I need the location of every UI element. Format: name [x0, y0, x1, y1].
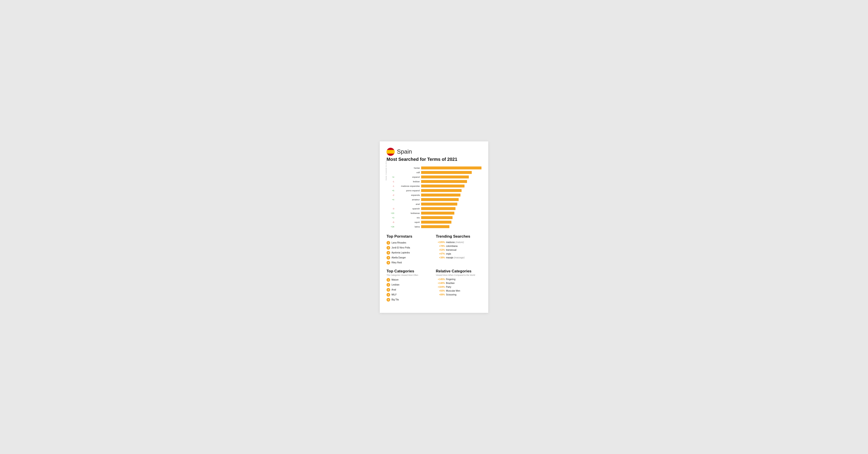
trend-pct: +47% — [436, 253, 445, 255]
term-label: espanol — [395, 176, 421, 178]
rank-badge: 3 — [386, 288, 390, 292]
chart-row: +4amateur — [386, 198, 482, 202]
bars-container: hentaimilf+4espanol-1lesbian-1maduras es… — [386, 166, 482, 229]
trending-list: +105% maduras (mature) +78% colombiana +… — [436, 241, 482, 259]
bar — [421, 203, 457, 205]
category-item: 1 Mature — [386, 278, 432, 282]
relative-categories-title: Relative Categories — [436, 269, 482, 273]
relative-categories-subtitle: Viewed More When Compared to the World — [436, 274, 482, 276]
relative-term: Scissoring — [446, 293, 456, 296]
relative-list: +145% Fingering +140% Brazilian +104% Pa… — [436, 278, 482, 296]
trend-term: orgia — [446, 253, 451, 255]
trend-pct: +105% — [436, 241, 445, 244]
term-label: porno espanol — [395, 189, 421, 192]
main-card: Spain Most Searched for Terms of 2021 RA… — [380, 141, 488, 313]
bar-wrap — [421, 189, 482, 192]
relative-pct: +104% — [436, 286, 445, 288]
bar-wrap — [421, 166, 482, 169]
trend-pct: +38% — [436, 256, 445, 259]
relative-item: +93% Muscular Men — [436, 290, 482, 292]
top-categories-title: Top Categories — [386, 269, 432, 273]
trend-pct: +53% — [436, 249, 445, 251]
relative-item: +89% Scissoring — [436, 293, 482, 296]
bar-wrap — [421, 225, 482, 228]
term-label: trio — [395, 216, 421, 219]
trend-term: maduras (mature) — [446, 241, 464, 244]
rank-badge: 1 — [386, 241, 390, 245]
bar-wrap — [421, 185, 482, 188]
category-item: 3 Anal — [386, 288, 432, 292]
rank-change: +20 — [386, 212, 395, 214]
category-name: Lesbian — [392, 284, 399, 286]
bar — [421, 194, 460, 196]
country-name: Spain — [397, 148, 412, 155]
rank-badge: 4 — [386, 256, 390, 260]
term-label: spanish — [395, 207, 421, 210]
trending-item: +78% colombiana — [436, 245, 482, 247]
category-name: MILF — [392, 293, 397, 296]
header: Spain — [386, 148, 482, 156]
rank-change-label: RANK CHANGE IN 2021 — [385, 161, 387, 180]
categories-list: 1 Mature 2 Lesbian 3 Anal 4 MILF 5 Big T… — [386, 278, 432, 301]
bar-wrap — [421, 198, 482, 201]
rank-change: -1 — [386, 185, 395, 187]
rank-change: +4 — [386, 198, 395, 201]
pornstar-item: 3 Apolonia Lapiedra — [386, 251, 432, 255]
categories-section: Top Categories The Categories Viewed Mos… — [386, 269, 482, 301]
top-categories-section: Top Categories The Categories Viewed Mos… — [386, 269, 432, 301]
bar — [421, 225, 450, 228]
top-pornstars-title: Top Pornstars — [386, 234, 432, 239]
rank-change: +5 — [386, 190, 395, 192]
pornstar-item: 1 Lana Rhoades — [386, 241, 432, 245]
rank-change: -5 — [386, 221, 395, 223]
category-name: Big Tits — [392, 298, 399, 301]
rank-change: +28 — [386, 226, 395, 228]
term-label: squirt — [395, 221, 421, 223]
bar — [421, 175, 469, 179]
chart-row: anal — [386, 202, 482, 206]
bar-wrap — [421, 171, 482, 174]
trend-pct: +78% — [436, 245, 445, 247]
rank-badge: 5 — [386, 261, 390, 264]
chart-row: +28latina — [386, 225, 482, 229]
trending-title: Trending Searches — [436, 234, 482, 239]
pornstar-name: Jordi El Nino Polla — [392, 247, 410, 249]
trending-item: +47% orgia — [436, 253, 482, 255]
category-item: 5 Big Tits — [386, 298, 432, 301]
bar-wrap — [421, 180, 482, 183]
rank-badge: 3 — [386, 251, 390, 255]
chart-row: +3trio — [386, 216, 482, 220]
category-name: Anal — [392, 288, 396, 291]
bar-wrap — [421, 175, 482, 179]
bar-wrap — [421, 207, 482, 210]
category-name: Mature — [392, 279, 399, 281]
pornstar-name: Abella Danger — [392, 256, 406, 259]
svg-rect-1 — [386, 150, 395, 154]
relative-pct: +89% — [436, 293, 445, 296]
rank-change: +3 — [386, 217, 395, 219]
chart-row: -5squirt — [386, 220, 482, 224]
chart-area: RANK CHANGE IN 2021 hentaimilf+4espanol-… — [386, 166, 482, 229]
relative-item: +140% Brazilian — [436, 282, 482, 284]
rank-change: -3 — [386, 207, 395, 210]
term-label: amateur — [395, 198, 421, 201]
bar — [421, 189, 462, 192]
pornstar-name: Riley Reid — [392, 261, 402, 264]
chart-row: +5porno espanol — [386, 189, 482, 193]
rank-badge: 1 — [386, 278, 390, 282]
bar — [421, 171, 472, 174]
pornstar-item: 5 Riley Reid — [386, 261, 432, 264]
relative-term: Brazilian — [446, 282, 455, 284]
bar — [421, 198, 459, 201]
category-item: 4 MILF — [386, 293, 432, 297]
rank-badge: 4 — [386, 293, 390, 297]
chart-row: -1maduras espanolas — [386, 184, 482, 188]
trend-term: masaje (massage) — [446, 256, 465, 259]
rank-change: -1 — [386, 181, 395, 183]
term-label: espanola — [395, 194, 421, 196]
pornstar-name: Lana Rhoades — [392, 241, 406, 244]
rank-badge: 2 — [386, 283, 390, 287]
bar — [421, 216, 453, 219]
pornstar-item: 2 Jordi El Nino Polla — [386, 246, 432, 250]
bar-wrap — [421, 194, 482, 196]
